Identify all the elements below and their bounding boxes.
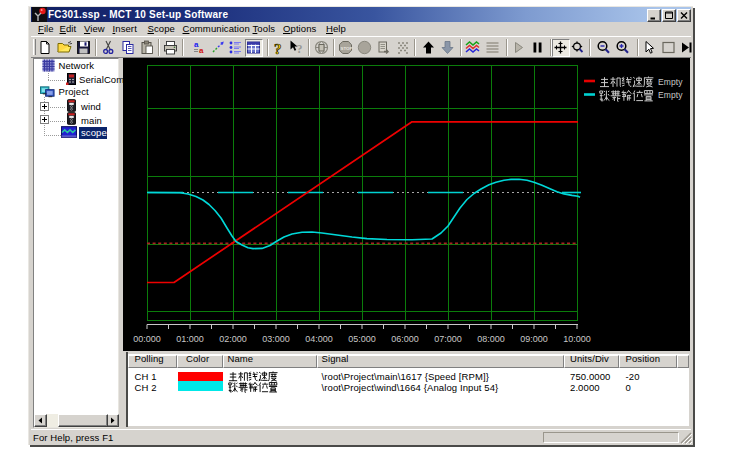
svg-text:05:000: 05:000: [348, 334, 376, 344]
svg-text:03:000: 03:000: [262, 334, 290, 344]
svg-text:a: a: [199, 46, 204, 55]
svg-text:01:000: 01:000: [176, 334, 204, 344]
svg-text:06:000: 06:000: [391, 334, 419, 344]
svg-text:02:000: 02:000: [219, 334, 247, 344]
svg-text:00:000: 00:000: [133, 334, 161, 344]
svg-text:?: ?: [297, 42, 303, 56]
svg-text:STOP: STOP: [340, 46, 352, 51]
svg-text:09:000: 09:000: [520, 334, 548, 344]
svg-text:04:000: 04:000: [305, 334, 333, 344]
svg-text:08:000: 08:000: [477, 334, 505, 344]
svg-text:?: ?: [274, 41, 282, 56]
svg-text:10:000: 10:000: [563, 334, 591, 344]
svg-text:07:000: 07:000: [434, 334, 462, 344]
